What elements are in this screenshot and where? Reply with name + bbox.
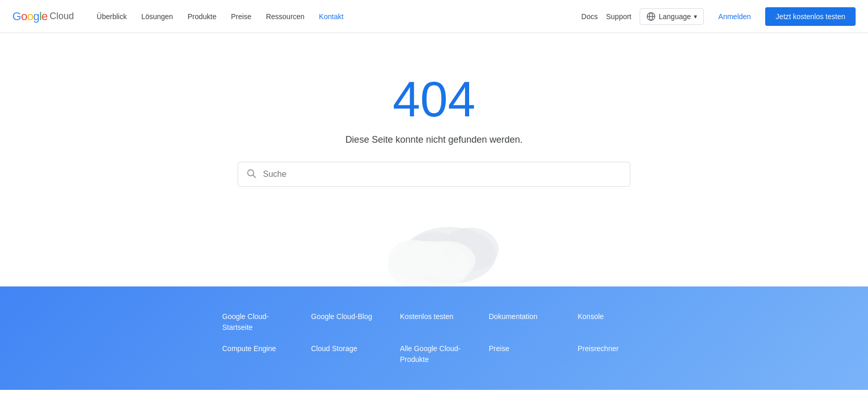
footer-link-3[interactable]: Dokumentation [489, 311, 557, 333]
nav-item-losungen[interactable]: Lösungen [135, 9, 179, 24]
docs-link[interactable]: Docs [581, 12, 598, 21]
footer-link-2[interactable]: Kostenlos testen [400, 311, 468, 333]
main-content: 404 Diese Seite konnte nicht gefunden we… [0, 33, 868, 286]
footer-links: Google Cloud-Startseite Google Cloud-Blo… [202, 311, 667, 365]
footer-link-9[interactable]: Preisrechner [578, 343, 646, 365]
signin-link[interactable]: Anmelden [712, 9, 757, 24]
footer-link-8[interactable]: Preise [489, 343, 557, 365]
nav-item-produkte[interactable]: Produkte [181, 9, 223, 24]
language-label: Language [659, 12, 691, 21]
footer-link-5[interactable]: Compute Engine [222, 343, 290, 365]
globe-icon [646, 12, 656, 21]
cta-button[interactable]: Jetzt kostenlos testen [765, 7, 856, 26]
search-icon [246, 168, 256, 180]
cloud-illustration [362, 204, 506, 286]
footer-link-0[interactable]: Google Cloud-Startseite [222, 311, 290, 333]
search-input[interactable] [238, 162, 630, 187]
error-code: 404 [393, 74, 475, 124]
cloud-text: Cloud [50, 11, 74, 22]
footer: Google Cloud-Startseite Google Cloud-Blo… [0, 286, 868, 390]
nav-item-preise[interactable]: Preise [225, 9, 258, 24]
chevron-down-icon: ▾ [694, 13, 697, 20]
footer-link-4[interactable]: Konsole [578, 311, 646, 333]
nav-item-ressourcen[interactable]: Ressourcen [260, 9, 311, 24]
error-message: Diese Seite konnte nicht gefunden werden… [345, 134, 522, 145]
footer-link-7[interactable]: Alle Google Cloud-Produkte [400, 343, 468, 365]
google-logo: Google [12, 10, 48, 23]
logo-link[interactable]: Google Cloud [12, 10, 74, 23]
nav-item-kontakt[interactable]: Kontakt [313, 9, 349, 24]
search-container [238, 162, 630, 187]
navbar-actions: Docs Support Language ▾ Anmelden Jetzt k… [581, 7, 856, 26]
language-button[interactable]: Language ▾ [640, 8, 704, 25]
svg-point-10 [419, 241, 475, 280]
support-link[interactable]: Support [606, 12, 631, 21]
svg-line-4 [253, 175, 256, 178]
footer-link-6[interactable]: Cloud Storage [311, 343, 379, 365]
nav-item-uberblick[interactable]: Überblick [90, 9, 133, 24]
nav-links: Überblick Lösungen Produkte Preise Resso… [90, 9, 581, 24]
footer-link-1[interactable]: Google Cloud-Blog [311, 311, 379, 333]
navbar: Google Cloud Überblick Lösungen Produkte… [0, 0, 868, 33]
